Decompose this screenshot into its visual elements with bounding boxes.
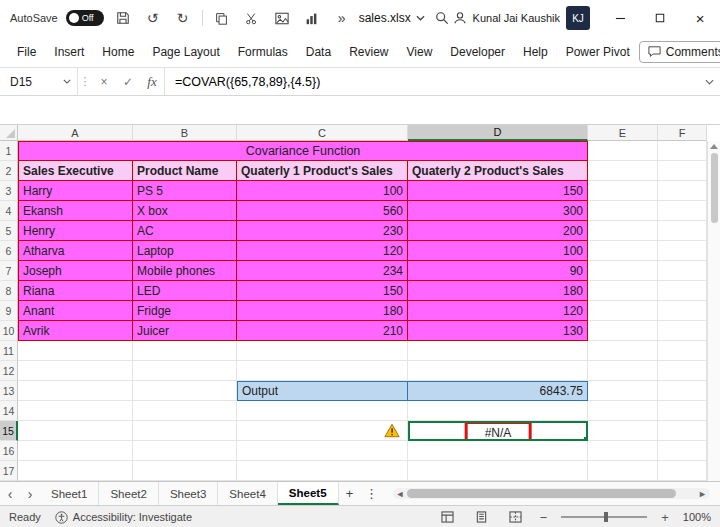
cell-c14[interactable] bbox=[237, 401, 408, 421]
cell-e8[interactable] bbox=[588, 281, 658, 301]
cell-e7[interactable] bbox=[588, 261, 658, 281]
row-header-3[interactable]: 3 bbox=[0, 181, 18, 201]
cell-e14[interactable] bbox=[588, 401, 658, 421]
scroll-right-icon[interactable]: ► bbox=[695, 489, 710, 499]
document-title[interactable]: sales.xlsx bbox=[359, 11, 425, 25]
row-header-16[interactable]: 16 bbox=[0, 441, 18, 461]
cell-e5[interactable] bbox=[588, 221, 658, 241]
row-header-8[interactable]: 8 bbox=[0, 281, 18, 301]
chart-icon[interactable] bbox=[301, 7, 323, 29]
cell-c11[interactable] bbox=[237, 341, 408, 361]
cell-f3[interactable] bbox=[658, 181, 707, 201]
cell-d8[interactable]: 180 bbox=[408, 281, 588, 301]
tab-formulas[interactable]: Formulas bbox=[229, 41, 297, 63]
zoom-slider[interactable] bbox=[561, 516, 647, 518]
cell-a10[interactable]: Avrik bbox=[18, 321, 133, 341]
row-header-4[interactable]: 4 bbox=[0, 201, 18, 221]
sheet-tab-sheet3[interactable]: Sheet3 bbox=[159, 482, 218, 505]
cell-c5[interactable]: 230 bbox=[237, 221, 408, 241]
cell-b15[interactable] bbox=[133, 421, 237, 441]
add-sheet-icon[interactable]: + bbox=[339, 482, 361, 505]
cell-e1[interactable] bbox=[588, 141, 658, 161]
autosave-toggle[interactable]: Off bbox=[66, 10, 104, 26]
cell-c13-output-label[interactable]: Output bbox=[237, 381, 408, 401]
confirm-entry-icon[interactable]: ✓ bbox=[116, 68, 140, 95]
cell-e10[interactable] bbox=[588, 321, 658, 341]
cell-b14[interactable] bbox=[133, 401, 237, 421]
formula-bar-collapse-icon[interactable] bbox=[698, 68, 720, 95]
zoom-in-icon[interactable]: + bbox=[661, 510, 669, 525]
cell-b11[interactable] bbox=[133, 341, 237, 361]
cell-c8[interactable]: 150 bbox=[237, 281, 408, 301]
cell-e9[interactable] bbox=[588, 301, 658, 321]
tab-page-layout[interactable]: Page Layout bbox=[143, 41, 228, 63]
error-warning-icon[interactable] bbox=[384, 423, 400, 438]
cell-f11[interactable] bbox=[658, 341, 707, 361]
row-header-12[interactable]: 12 bbox=[0, 361, 18, 381]
cell-d10[interactable]: 130 bbox=[408, 321, 588, 341]
cell-e3[interactable] bbox=[588, 181, 658, 201]
tab-review[interactable]: Review bbox=[340, 41, 397, 63]
copy-icon[interactable] bbox=[211, 7, 233, 29]
cell-e12[interactable] bbox=[588, 361, 658, 381]
cell-f4[interactable] bbox=[658, 201, 707, 221]
row-header-15-selected[interactable]: 15 bbox=[0, 421, 18, 441]
cell-e15[interactable] bbox=[588, 421, 658, 441]
cell-d4[interactable]: 300 bbox=[408, 201, 588, 221]
cell-b12[interactable] bbox=[133, 361, 237, 381]
column-header-c[interactable]: C bbox=[237, 125, 408, 141]
tab-insert[interactable]: Insert bbox=[45, 41, 93, 63]
sheet-tab-sheet5-active[interactable]: Sheet5 bbox=[278, 482, 339, 505]
cut-icon[interactable] bbox=[241, 7, 263, 29]
page-break-view-icon[interactable] bbox=[506, 508, 526, 526]
normal-view-icon[interactable] bbox=[438, 508, 458, 526]
column-header-d-selected[interactable]: D bbox=[408, 125, 588, 141]
cell-f14[interactable] bbox=[658, 401, 707, 421]
sheet-options-icon[interactable]: ⋮ bbox=[361, 482, 383, 505]
cell-f7[interactable] bbox=[658, 261, 707, 281]
cell-a12[interactable] bbox=[18, 361, 133, 381]
cell-f2[interactable] bbox=[658, 161, 707, 181]
horizontal-scroll-thumb[interactable] bbox=[407, 489, 676, 498]
zoom-level[interactable]: 100% bbox=[683, 511, 711, 523]
cell-a3[interactable]: Harry bbox=[18, 181, 133, 201]
cell-a11[interactable] bbox=[18, 341, 133, 361]
cell-c6[interactable]: 120 bbox=[237, 241, 408, 261]
tab-data[interactable]: Data bbox=[297, 41, 340, 63]
cell-a2[interactable]: Sales Executive bbox=[18, 161, 133, 181]
column-header-a[interactable]: A bbox=[18, 125, 133, 141]
cell-f1[interactable] bbox=[658, 141, 707, 161]
cell-d16[interactable] bbox=[408, 441, 588, 461]
cell-f6[interactable] bbox=[658, 241, 707, 261]
minimize-button[interactable] bbox=[600, 0, 640, 36]
search-icon[interactable] bbox=[431, 7, 453, 29]
vertical-scroll-thumb[interactable] bbox=[711, 153, 718, 223]
sheet-nav-left-icon[interactable]: ‹ bbox=[0, 482, 20, 505]
cell-a5[interactable]: Henry bbox=[18, 221, 133, 241]
tab-developer[interactable]: Developer bbox=[441, 41, 514, 63]
cell-a16[interactable] bbox=[18, 441, 133, 461]
cell-c15[interactable] bbox=[237, 421, 408, 441]
cell-b17[interactable] bbox=[133, 461, 237, 481]
cancel-entry-icon[interactable]: × bbox=[92, 68, 116, 95]
cell-d9[interactable]: 120 bbox=[408, 301, 588, 321]
tab-file[interactable]: File bbox=[8, 41, 45, 63]
zoom-slider-thumb[interactable] bbox=[604, 512, 608, 522]
cell-e16[interactable] bbox=[588, 441, 658, 461]
cell-f10[interactable] bbox=[658, 321, 707, 341]
cell-b4[interactable]: X box bbox=[133, 201, 237, 221]
cell-a17[interactable] bbox=[18, 461, 133, 481]
cell-d13-output-value[interactable]: 6843.75 bbox=[408, 381, 588, 401]
column-header-f[interactable]: F bbox=[658, 125, 707, 141]
save-icon[interactable] bbox=[112, 7, 134, 29]
cell-c12[interactable] bbox=[237, 361, 408, 381]
cell-d6[interactable]: 100 bbox=[408, 241, 588, 261]
cell-d3[interactable]: 150 bbox=[408, 181, 588, 201]
cell-b6[interactable]: Laptop bbox=[133, 241, 237, 261]
column-header-b[interactable]: B bbox=[133, 125, 237, 141]
select-all-corner[interactable] bbox=[0, 125, 18, 141]
column-header-e[interactable]: E bbox=[588, 125, 658, 141]
cell-f9[interactable] bbox=[658, 301, 707, 321]
row-header-9[interactable]: 9 bbox=[0, 301, 18, 321]
maximize-button[interactable] bbox=[640, 0, 680, 36]
